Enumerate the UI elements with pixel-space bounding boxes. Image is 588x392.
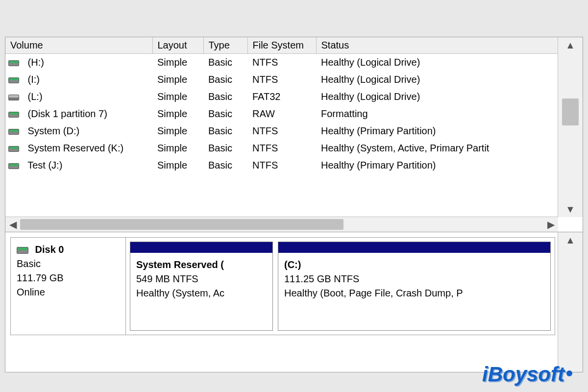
table-row[interactable]: System (D:)SimpleBasicNTFSHealthy (Prima…	[5, 122, 558, 140]
scroll-up-icon[interactable]: ▲	[558, 232, 583, 248]
table-row[interactable]: (L:)SimpleBasicFAT32Healthy (Logical Dri…	[5, 88, 558, 105]
volume-list-horizontal-scrollbar[interactable]: ◀ ▶	[5, 217, 558, 232]
table-row[interactable]: (Disk 1 partition 7)SimpleBasicRAWFormat…	[5, 105, 558, 122]
disk-icon	[17, 247, 28, 254]
drive-icon	[8, 95, 19, 100]
disk-map-vertical-scrollbar[interactable]: ▲	[558, 232, 583, 372]
table-row[interactable]: System Reserved (K:)SimpleBasicNTFSHealt…	[5, 140, 558, 157]
table-row[interactable]: (I:)SimpleBasicNTFSHealthy (Logical Driv…	[5, 71, 558, 88]
disk-size: 111.79 GB	[17, 272, 64, 283]
scroll-thumb[interactable]	[562, 98, 579, 125]
partition-body: System Reserved (549 MB NTFSHealthy (Sys…	[130, 253, 272, 330]
drive-icon	[8, 163, 19, 169]
drive-icon	[8, 112, 19, 118]
disk-map-pane: Disk 0 Basic 111.79 GB Online System Res…	[5, 232, 583, 372]
drive-icon	[8, 60, 19, 66]
col-volume[interactable]: Volume	[5, 37, 152, 54]
table-row[interactable]: Test (J:)SimpleBasicNTFSHealthy (Primary…	[5, 157, 558, 174]
disk-state: Online	[17, 287, 45, 297]
watermark: iBoysoft	[482, 363, 573, 386]
disk-info: Disk 0 Basic 111.79 GB Online	[11, 238, 126, 335]
volume-list-vertical-scrollbar[interactable]: ▲ ▼	[558, 37, 583, 217]
disk-title: Disk 0	[35, 244, 64, 255]
column-header-row[interactable]: Volume Layout Type File System Status	[5, 37, 558, 54]
col-status[interactable]: Status	[316, 37, 558, 54]
partition[interactable]: System Reserved (549 MB NTFSHealthy (Sys…	[130, 242, 273, 331]
drive-icon	[8, 77, 19, 83]
scroll-left-icon[interactable]: ◀	[5, 217, 20, 232]
scroll-thumb[interactable]	[20, 219, 343, 230]
drive-icon	[8, 129, 19, 135]
partition-header	[130, 242, 272, 253]
col-type[interactable]: Type	[203, 37, 247, 54]
disk-row[interactable]: Disk 0 Basic 111.79 GB Online System Res…	[10, 237, 555, 335]
volume-table[interactable]: Volume Layout Type File System Status (H…	[5, 37, 558, 217]
scroll-right-icon[interactable]: ▶	[543, 217, 558, 232]
table-row[interactable]: (H:)SimpleBasicNTFSHealthy (Logical Driv…	[5, 54, 558, 72]
disk-type: Basic	[17, 258, 41, 269]
scroll-up-icon[interactable]: ▲	[558, 37, 583, 53]
disk-management-window: Volume Layout Type File System Status (H…	[5, 37, 583, 372]
scroll-down-icon[interactable]: ▼	[558, 201, 583, 217]
volume-list-pane: Volume Layout Type File System Status (H…	[5, 37, 583, 232]
col-filesystem[interactable]: File System	[247, 37, 316, 54]
col-layout[interactable]: Layout	[152, 37, 203, 54]
partition-body: (C:)111.25 GB NTFSHealthy (Boot, Page Fi…	[278, 253, 550, 330]
drive-icon	[8, 146, 19, 152]
partition-header	[278, 242, 550, 253]
partition[interactable]: (C:)111.25 GB NTFSHealthy (Boot, Page Fi…	[278, 242, 551, 331]
